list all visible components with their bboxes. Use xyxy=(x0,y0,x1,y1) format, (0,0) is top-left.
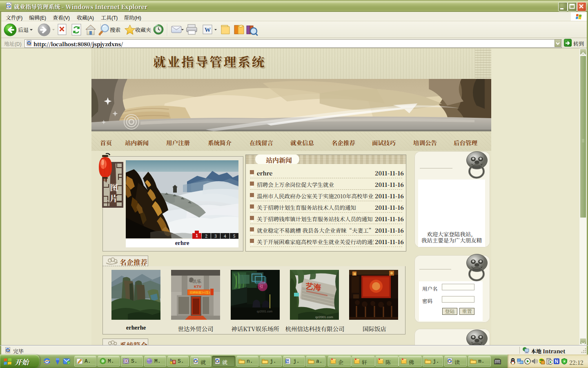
svg-text:艺海: 艺海 xyxy=(305,280,322,292)
svg-text:N: N xyxy=(555,359,559,364)
svg-text:收藏夹: 收藏夹 xyxy=(135,26,151,34)
svg-text:招聘精英3+1互动: 招聘精英3+1互动 xyxy=(190,290,212,294)
svg-text:KTV: KTV xyxy=(194,285,201,289)
svg-text:凯乐: 凯乐 xyxy=(192,278,202,284)
svg-text:后退: 后退 xyxy=(18,26,29,34)
svg-text:引: 引 xyxy=(259,283,263,289)
svg-text:W: W xyxy=(286,360,290,364)
svg-text:搜索: 搜索 xyxy=(110,26,120,34)
svg-text:W: W xyxy=(205,27,211,33)
svg-text:qz2001.com: qz2001.com xyxy=(257,310,272,313)
svg-text:qz2001.com: qz2001.com xyxy=(315,315,333,319)
